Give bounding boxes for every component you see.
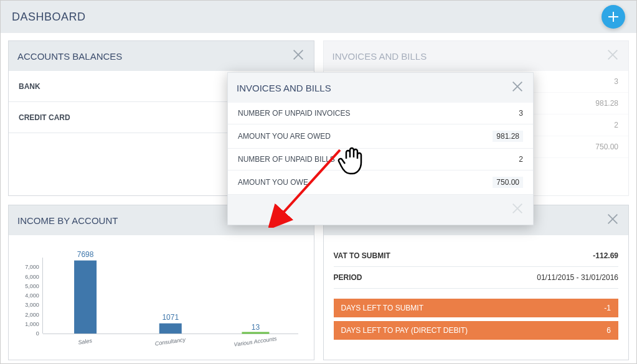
kv-row: NUMBER OF UNPAID INVOICES 3 [228, 103, 533, 124]
svg-text:1071: 1071 [162, 313, 179, 322]
vat-value: -112.69 [593, 251, 618, 260]
add-button[interactable] [602, 5, 625, 29]
app-header: DASHBOARD [1, 1, 636, 33]
alert-label: DAYS LEFT TO PAY (DIRECT DEBIT) [341, 326, 468, 335]
vat-alert: DAYS LEFT TO PAY (DIRECT DEBIT) 6 [334, 321, 619, 340]
kv-value: 981.28 [493, 131, 523, 142]
close-icon [511, 202, 524, 218]
card-title: INVOICES AND BILLS [237, 83, 331, 93]
kv-value: 750.00 [493, 177, 523, 188]
alert-value: 6 [606, 326, 611, 335]
kv-value: 750.00 [595, 142, 618, 151]
svg-line-41 [281, 150, 340, 215]
card-title: INVOICES AND BILLS [333, 51, 427, 62]
card-income-by-account: INCOME BY ACCOUNT 01,0002,0003,0004,0005… [8, 205, 314, 360]
grab-cursor-icon [337, 144, 367, 179]
svg-text:Various Accounts: Various Accounts [234, 335, 278, 348]
kv-value: 3 [614, 77, 618, 86]
bar-chart: 01,0002,0003,0004,0005,0006,0007,0007698… [12, 246, 310, 352]
kv-value: 2 [519, 155, 523, 164]
vat-row-submit: VAT TO SUBMIT -112.69 [334, 245, 619, 267]
svg-text:4,000: 4,000 [25, 292, 39, 299]
vat-label: VAT TO SUBMIT [334, 251, 390, 260]
kv-label: AMOUNT YOU ARE OWED [238, 132, 331, 141]
svg-text:2,000: 2,000 [25, 312, 39, 318]
balance-label: BANK [19, 82, 40, 91]
card-title: INCOME BY ACCOUNT [17, 215, 118, 226]
kv-value: 3 [519, 109, 523, 118]
close-icon[interactable] [511, 80, 524, 96]
card-vat-liability: VAT LIABILITY VAT TO SUBMIT -112.69 PERI… [323, 205, 630, 360]
vat-alert: DAYS LEFT TO SUBMIT -1 [334, 299, 619, 317]
close-icon[interactable] [291, 48, 305, 64]
svg-rect-28 [159, 324, 182, 334]
svg-text:0: 0 [36, 330, 39, 337]
card-header: INVOICES AND BILLS [324, 41, 629, 71]
card-title: ACCOUNTS BALANCES [17, 51, 122, 62]
card-header[interactable]: ACCOUNTS BALANCES [9, 41, 314, 71]
alert-label: DAYS LEFT TO SUBMIT [341, 304, 423, 312]
kv-label: NUMBER OF UNPAID INVOICES [238, 109, 350, 118]
svg-text:3,000: 3,000 [25, 302, 39, 308]
close-icon [606, 48, 620, 64]
balance-label: CREDIT CARD [19, 113, 70, 122]
svg-text:6,000: 6,000 [25, 274, 39, 280]
alert-value: -1 [604, 304, 611, 312]
svg-text:13: 13 [252, 323, 260, 332]
svg-text:7698: 7698 [77, 250, 94, 259]
kv-value: 981.28 [595, 99, 618, 108]
kv-value: 2 [614, 121, 618, 129]
vat-row-period: PERIOD 01/11/2015 - 31/01/2016 [334, 267, 619, 289]
close-icon[interactable] [606, 212, 620, 228]
svg-text:1,000: 1,000 [25, 321, 39, 327]
svg-text:7,000: 7,000 [25, 264, 39, 270]
svg-text:Consultancy: Consultancy [154, 337, 186, 347]
svg-rect-25 [74, 261, 97, 334]
chart: 01,0002,0003,0004,0005,0006,0007,0007698… [9, 235, 314, 360]
page-title: DASHBOARD [12, 11, 86, 24]
card-body: VAT TO SUBMIT -112.69 PERIOD 01/11/2015 … [324, 235, 629, 360]
vat-label: PERIOD [334, 273, 362, 282]
svg-text:5,000: 5,000 [25, 283, 39, 289]
svg-text:Sales: Sales [78, 337, 93, 345]
card-header[interactable]: INVOICES AND BILLS [228, 73, 533, 103]
vat-value: 01/11/2015 - 31/01/2016 [537, 273, 618, 282]
